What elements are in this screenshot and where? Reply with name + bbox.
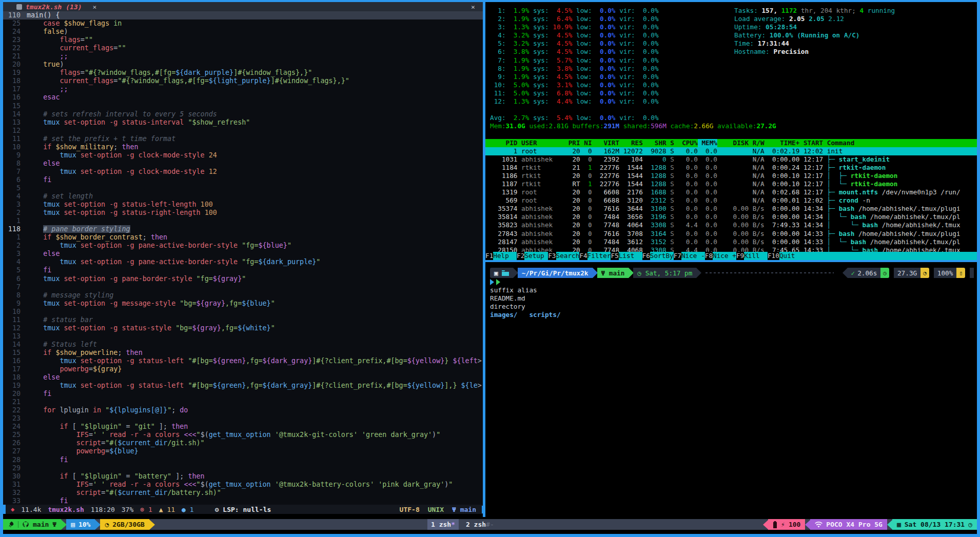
fkey-F10[interactable]: F10 [768, 252, 779, 260]
buffer-tab[interactable]: tmux2k.sh (13) × [3, 2, 96, 11]
editor-line[interactable]: 12 tmux set-option -g status-style "bg=$… [3, 324, 483, 332]
editor-line[interactable]: 8 else [3, 160, 483, 168]
editor-line[interactable]: 32 script="#($current_dir/battery.sh)" [3, 489, 483, 497]
fkey-label-F8[interactable]: Nice + [713, 252, 736, 260]
htop-function-key-bar[interactable]: F1Help F2Setup F3SearchF4FilterF5List F6… [485, 252, 977, 260]
process-row[interactable]: 1186rtkit2002277615441288S0.00.0N/A0:00.… [485, 172, 977, 180]
editor-line[interactable]: 5 [3, 184, 483, 192]
editor-line[interactable]: 16 esac [3, 93, 483, 102]
fkey-F5[interactable]: F5 [611, 252, 618, 260]
editor-line[interactable]: 13 tmux set-option -g status-interval "$… [3, 118, 483, 127]
editor-line[interactable]: 4 tmux set-option -g pane-active-border-… [3, 258, 483, 266]
column-header-s[interactable]: S [667, 139, 674, 147]
editor-line[interactable]: 17 ;; [3, 85, 483, 93]
editor-line[interactable]: 26 script="#($current_dir/git.sh)" [3, 439, 483, 447]
editor-line[interactable]: 4 # set length [3, 192, 483, 201]
editor-line[interactable]: 5 fi [3, 266, 483, 274]
fkey-F6[interactable]: F6 [642, 252, 650, 260]
window-tab-active[interactable]: 1 zsh* [427, 519, 459, 530]
column-header-time[interactable]: TIME+ [765, 139, 800, 147]
process-row[interactable]: 1187rtkitRT12277615441288S0.00.0N/A0:00.… [485, 180, 977, 188]
column-header-user[interactable]: USER [517, 139, 564, 147]
editor-line[interactable]: 16 tmux set-option -g status-left "#[bg=… [3, 357, 483, 365]
fkey-F4[interactable]: F4 [579, 252, 587, 260]
editor-line[interactable]: 2 tmux set-option -g pane-active-border-… [3, 242, 483, 250]
column-header-ni[interactable]: NI [580, 139, 592, 147]
editor-line[interactable]: 25 IFS=' ' read -r -a colors <<<"$(get_t… [3, 431, 483, 439]
editor-line[interactable]: 15 [3, 102, 483, 110]
editor-line[interactable]: 10 [3, 308, 483, 316]
process-table[interactable]: PIDUSERPRINIVIRTRESSHRSCPU%MEM%DISK R/WT… [485, 130, 977, 254]
fkey-F7[interactable]: F7 [674, 252, 681, 260]
fkey-label-F3[interactable]: Search [556, 252, 580, 260]
editor-line[interactable]: 13 [3, 332, 483, 341]
fkey-F3[interactable]: F3 [548, 252, 556, 260]
editor-line[interactable]: 18 current_flags="#{?window_flags,#[fg=$… [3, 77, 483, 85]
session-segment[interactable]: main Ψ [3, 519, 61, 530]
editor-line[interactable]: 9 tmux set-option -g clock-mode-style 24 [3, 151, 483, 160]
fkey-F1[interactable]: F1 [485, 252, 493, 260]
process-row[interactable]: 35823abhishek200774840643308S4.40.00.00 … [485, 221, 977, 229]
editor-line[interactable]: 33 fi [3, 497, 483, 505]
editor-line[interactable]: 110main() { [3, 11, 483, 19]
fkey-F8[interactable]: F8 [705, 252, 713, 260]
editor-line[interactable]: 23 [3, 414, 483, 423]
editor-line[interactable]: 28 fi [3, 456, 483, 464]
editor-line[interactable]: 8 # message styling [3, 291, 483, 300]
process-row[interactable]: 569root200668831202312S0.00.0N/A0:00.011… [485, 196, 977, 205]
fkey-label-F7[interactable]: Nice - [681, 252, 705, 260]
process-row[interactable]: 1031abhishek20023921040S0.00.0N/A0:00.00… [485, 155, 977, 164]
editor-line[interactable]: 1 [3, 217, 483, 225]
editor-line[interactable]: 11 # status bar [3, 316, 483, 324]
fkey-label-F4[interactable]: Filter [587, 252, 611, 260]
editor-code-area[interactable]: 110main() {25 case $show_flags in24 fals… [3, 11, 483, 505]
editor-line[interactable]: 30 if [ "$lplugin" = "battery" ]; then [3, 472, 483, 481]
fkey-label-F10[interactable]: Quit [779, 252, 803, 260]
column-header-cmd[interactable]: Command [823, 139, 977, 147]
column-header-start[interactable]: START [799, 139, 823, 147]
editor-line[interactable]: 14 # sets refresh interval to every 5 se… [3, 110, 483, 118]
editor-line[interactable]: 7 [3, 283, 483, 291]
buffer-close-icon[interactable]: × [93, 3, 97, 11]
editor-line[interactable]: 27 powerbg=${blue} [3, 447, 483, 455]
editor-line[interactable]: 17 powerbg=${gray} [3, 365, 483, 373]
process-row[interactable]: 1319root200660821761688S0.00.0N/A0:02.68… [485, 188, 977, 196]
editor-line[interactable]: 22 for lplugin in "${lplugins[@]}"; do [3, 406, 483, 414]
editor-line[interactable]: 6 fi [3, 176, 483, 184]
editor-line[interactable]: 20 true) [3, 61, 483, 69]
editor-line[interactable]: 24 false) [3, 28, 483, 36]
column-header-mem[interactable]: MEM% [698, 139, 717, 147]
fkey-label-F5[interactable]: List [619, 252, 642, 260]
fkey-F9[interactable]: F9 [736, 252, 744, 260]
editor-line[interactable]: 14 # Status left [3, 341, 483, 349]
column-header-pid[interactable]: PID [490, 139, 517, 147]
command-prompt-line[interactable] [490, 278, 977, 286]
editor-pane[interactable]: tmux2k.sh (13) × × 110main() {25 case $s… [3, 2, 483, 514]
editor-line[interactable]: 3 tmux set-option -g status-left-length … [3, 201, 483, 209]
editor-line[interactable]: 1 if $show_border_contrast; then [3, 233, 483, 242]
column-header-pri[interactable]: PRI [564, 139, 580, 147]
editor-line[interactable]: 20 fi [3, 390, 483, 398]
window-tab[interactable]: 2 zsh#- [466, 521, 494, 528]
editor-line[interactable]: 11 # set the prefix + t time format [3, 135, 483, 143]
editor-line[interactable]: 15 if $show_powerline; then [3, 349, 483, 357]
process-row[interactable]: 1root200162M120729028S0.00.0N/A0:02.1912… [485, 147, 977, 155]
editor-line[interactable]: 10 if $show_military; then [3, 143, 483, 151]
column-header-cpu[interactable]: CPU% [674, 139, 698, 147]
editor-line[interactable]: 7 tmux set-option -g clock-mode-style 12 [3, 168, 483, 176]
editor-line[interactable]: 118 # pane border styling [3, 225, 483, 233]
htop-pane[interactable]: 1: 1.9% sys: 4.5% low: 0.0% vir: 0.0% 2:… [485, 2, 977, 260]
terminal-pane[interactable]: ▣ ~/Pr/Gi/Pr/tmux2k Ψ main ◷ Sat, 5:17 p… [485, 262, 977, 517]
editor-line[interactable]: 21 [3, 398, 483, 406]
process-table-header[interactable]: PIDUSERPRINIVIRTRESSHRSCPU%MEM%DISK R/WT… [485, 139, 977, 147]
fkey-label-F1[interactable]: Help [493, 252, 517, 260]
editor-line[interactable]: 2 tmux set-option -g status-right-length… [3, 209, 483, 217]
column-header-shr[interactable]: SHR [643, 139, 667, 147]
directory-entry[interactable]: images/ [490, 311, 517, 319]
column-header-res[interactable]: RES [619, 139, 643, 147]
editor-line[interactable]: 24 if [ "$lplugin" = "git" ]; then [3, 423, 483, 431]
tabline-close-icon[interactable]: × [471, 3, 475, 11]
editor-line[interactable]: 19 flags="#{?window_flags,#[fg=${dark_pu… [3, 69, 483, 77]
fkey-label-F9[interactable]: Kill [744, 252, 768, 260]
fkey-F2[interactable]: F2 [517, 252, 524, 260]
